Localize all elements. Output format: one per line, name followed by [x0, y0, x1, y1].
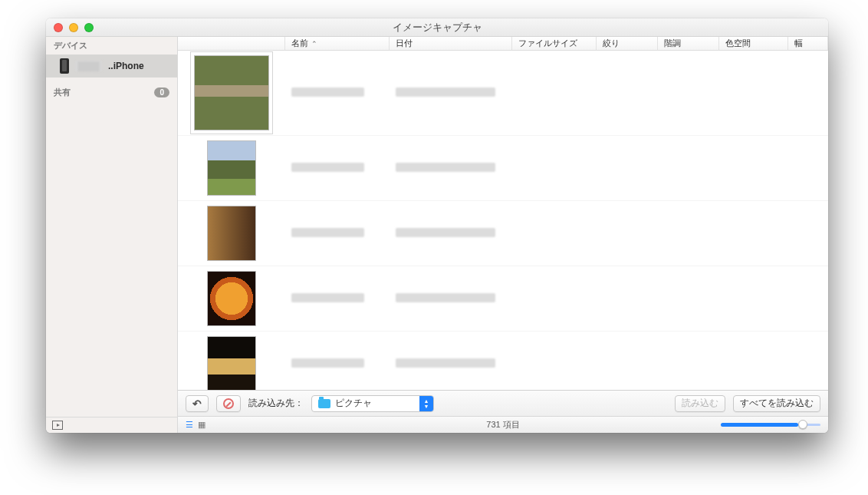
column-header-label: 名前	[291, 38, 308, 49]
column-header-label: 幅	[794, 38, 803, 49]
device-name-obscured: ▇▇▇	[75, 61, 102, 71]
view-mode-toggle[interactable]: ☰ ▦	[186, 420, 205, 430]
cell-date	[390, 83, 512, 103]
rotate-icon: ↶	[192, 398, 202, 410]
cell-thumbnail	[178, 332, 285, 390]
column-header-thumbnail[interactable]	[178, 37, 285, 50]
bottom-toolbar: ↶ 読み込み先： ピクチャ ▲▼ 読み込む	[178, 390, 828, 416]
obscured-text	[291, 228, 364, 237]
table-header-row: 名前 ⌃ 日付 ファイルサイズ 絞り 階調 色空間	[178, 37, 828, 51]
obscured-text	[396, 87, 495, 97]
table-row[interactable]	[178, 266, 828, 332]
folder-icon	[318, 399, 330, 408]
prohibit-icon	[223, 398, 234, 409]
import-button[interactable]: 読み込む	[675, 395, 725, 412]
thumbnail-zoom-slider[interactable]	[721, 424, 820, 426]
thumbnail-image	[207, 336, 256, 390]
thumbnail-image	[207, 140, 256, 196]
select-stepper-icon: ▲▼	[419, 396, 433, 411]
cell-name	[285, 158, 390, 178]
import-destination-select[interactable]: ピクチャ ▲▼	[311, 395, 434, 412]
rotate-button[interactable]: ↶	[186, 395, 209, 412]
cell-thumbnail	[178, 201, 285, 266]
app-window: イメージキャプチャ デバイス ▇▇▇ ..iPhone 共有 0	[46, 18, 828, 433]
column-header-label: ファイルサイズ	[518, 38, 577, 49]
column-header-date[interactable]: 日付	[390, 37, 512, 50]
cell-name	[285, 354, 390, 374]
select-value: ピクチャ	[335, 397, 372, 410]
button-label: すべてを読み込む	[740, 397, 814, 410]
iphone-icon	[60, 58, 69, 74]
column-header-filesize[interactable]: ファイルサイズ	[512, 37, 597, 50]
main-area: デバイス ▇▇▇ ..iPhone 共有 0	[46, 37, 828, 433]
cell-thumbnail	[178, 266, 285, 331]
table-row[interactable]	[178, 332, 828, 390]
sidebar-item-iphone[interactable]: ▇▇▇ ..iPhone	[46, 54, 177, 78]
sidebar-section-label: 共有	[54, 87, 71, 98]
thumbnail-image	[207, 271, 256, 326]
slider-track[interactable]	[721, 424, 820, 426]
obscured-text	[396, 293, 495, 302]
cell-date	[390, 158, 512, 178]
window-title: イメージキャプチャ	[46, 21, 828, 35]
obscured-text	[396, 228, 495, 237]
device-name-suffix: ..iPhone	[108, 61, 144, 71]
table-row[interactable]	[178, 201, 828, 266]
svg-marker-1	[57, 424, 60, 427]
import-all-button[interactable]: すべてを読み込む	[733, 395, 820, 412]
thumbnail-image	[207, 206, 256, 261]
cell-name	[285, 83, 390, 103]
obscured-text	[291, 87, 364, 97]
content-column: 名前 ⌃ 日付 ファイルサイズ 絞り 階調 色空間	[178, 37, 828, 433]
column-header-name[interactable]: 名前 ⌃	[285, 37, 390, 50]
sort-ascending-icon: ⌃	[311, 40, 317, 48]
obscured-text	[291, 293, 364, 302]
obscured-text	[291, 358, 364, 368]
import-to-label: 読み込み先：	[248, 397, 304, 410]
cell-name	[285, 223, 390, 243]
shared-count-badge: 0	[154, 87, 169, 97]
column-header-colorspace[interactable]: 色空間	[719, 37, 788, 50]
cell-thumbnail	[178, 136, 285, 200]
column-header-tone[interactable]: 階調	[658, 37, 719, 50]
select-body: ピクチャ	[312, 396, 419, 411]
slider-thumb[interactable]	[798, 420, 807, 429]
obscured-text	[396, 358, 495, 368]
sidebar-section-devices: デバイス	[46, 37, 177, 54]
grid-view-icon[interactable]: ▦	[198, 420, 205, 430]
column-header-label: 階調	[664, 38, 681, 49]
table-row[interactable]	[178, 136, 828, 201]
cell-thumbnail	[178, 51, 285, 135]
sidebar: デバイス ▇▇▇ ..iPhone 共有 0	[46, 37, 178, 433]
sidebar-footer[interactable]	[46, 417, 177, 433]
cell-date	[390, 289, 512, 309]
sidebar-section-shared: 共有 0	[46, 84, 177, 101]
cell-date	[390, 354, 512, 374]
list-view-icon[interactable]: ☰	[186, 420, 193, 430]
button-label: 読み込む	[682, 397, 718, 410]
column-header-aperture[interactable]: 絞り	[597, 37, 658, 50]
obscured-text	[396, 163, 495, 172]
status-bar: ☰ ▦ 731 項目	[178, 416, 828, 433]
cell-name	[285, 289, 390, 309]
delete-button[interactable]	[216, 395, 241, 412]
column-header-label: 色空間	[725, 38, 751, 49]
thumbnail-image	[194, 55, 269, 130]
table-body[interactable]	[178, 51, 828, 390]
column-header-width[interactable]: 幅	[788, 37, 828, 50]
show-panel-icon	[52, 421, 63, 430]
column-header-label: 日付	[396, 38, 413, 49]
sidebar-section-label: デバイス	[54, 40, 87, 51]
table-row[interactable]	[178, 51, 828, 136]
cell-date	[390, 223, 512, 243]
obscured-text	[291, 163, 364, 172]
column-header-label: 絞り	[603, 38, 620, 49]
titlebar[interactable]: イメージキャプチャ	[46, 18, 828, 37]
